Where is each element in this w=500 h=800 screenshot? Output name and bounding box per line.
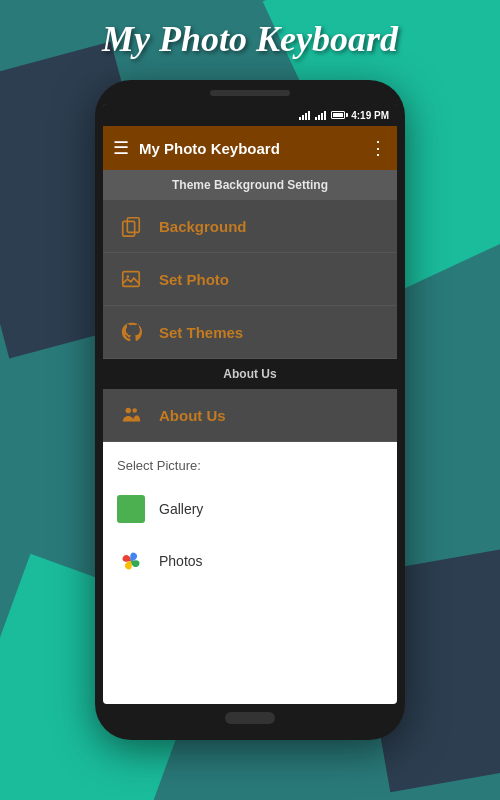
photos-label: Photos (159, 553, 203, 569)
people-icon (117, 401, 145, 429)
svg-rect-2 (123, 272, 140, 287)
toolbar-title: My Photo Keyboard (139, 140, 359, 157)
bottom-sheet-title: Select Picture: (117, 458, 383, 473)
menu-item-background-label: Background (159, 218, 247, 235)
copy-icon (117, 212, 145, 240)
svg-rect-1 (123, 221, 135, 236)
phone-home-button[interactable] (225, 712, 275, 724)
signal-icon-2 (315, 110, 326, 120)
about-section-header: About Us (103, 359, 397, 389)
menu-icon[interactable]: ☰ (113, 137, 129, 159)
svg-point-6 (126, 408, 132, 414)
svg-point-4 (126, 333, 128, 335)
svg-point-5 (128, 335, 130, 337)
app-title: My Photo Keyboard (0, 18, 500, 60)
status-bar: 4:19 PM (103, 104, 397, 126)
menu-item-set-themes[interactable]: Set Themes (103, 306, 397, 359)
phone-screen: 4:19 PM ☰ My Photo Keyboard ⋮ Theme Back… (103, 104, 397, 704)
battery-icon (331, 111, 345, 119)
signal-icon-1 (299, 110, 310, 120)
image-icon (117, 265, 145, 293)
menu-item-set-photo[interactable]: Set Photo (103, 253, 397, 306)
toolbar: ☰ My Photo Keyboard ⋮ (103, 126, 397, 170)
picker-gallery[interactable]: Gallery (117, 489, 383, 529)
svg-point-7 (132, 408, 137, 413)
theme-section-header: Theme Background Setting (103, 170, 397, 200)
phone-frame: 4:19 PM ☰ My Photo Keyboard ⋮ Theme Back… (95, 80, 405, 740)
more-icon[interactable]: ⋮ (369, 137, 387, 159)
photos-icon (117, 547, 145, 575)
svg-point-3 (126, 275, 129, 278)
picker-photos[interactable]: Photos (117, 541, 383, 581)
menu-item-background[interactable]: Background (103, 200, 397, 253)
status-icons (299, 110, 345, 120)
gallery-icon (117, 495, 145, 523)
gallery-label: Gallery (159, 501, 203, 517)
menu-item-about-us-label: About Us (159, 407, 226, 424)
phone-speaker (210, 90, 290, 96)
menu-item-about-us[interactable]: About Us (103, 389, 397, 442)
svg-rect-0 (127, 218, 139, 233)
status-time: 4:19 PM (351, 110, 389, 121)
menu-item-set-themes-label: Set Themes (159, 324, 243, 341)
bottom-sheet: Select Picture: Gallery Photos (103, 442, 397, 704)
palette-icon (117, 318, 145, 346)
menu-item-set-photo-label: Set Photo (159, 271, 229, 288)
